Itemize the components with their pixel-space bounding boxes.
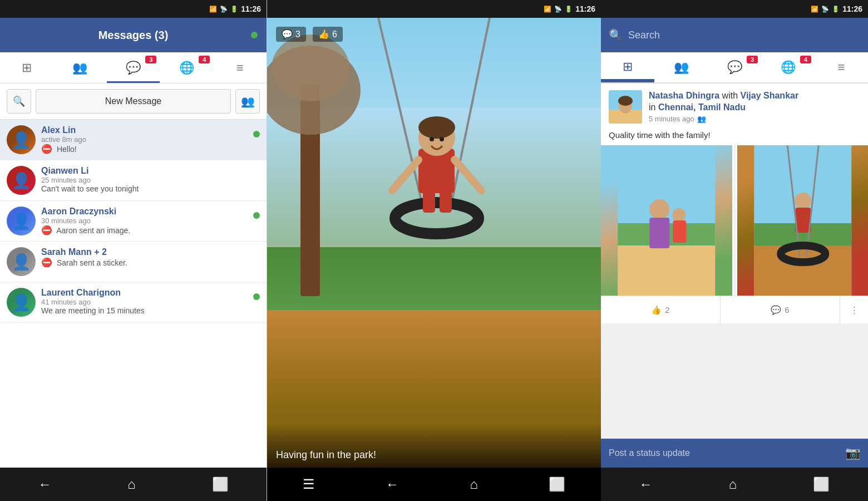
svg-rect-25 — [673, 220, 686, 243]
search-header: 🔍 — [601, 18, 868, 52]
message-item[interactable]: 👤 Alex Lin active 8m ago ⛔ Hello! — [0, 120, 267, 160]
new-message-label: New Message — [105, 96, 161, 106]
contact-name: Qianwen Li — [41, 166, 260, 176]
nav-home-right[interactable]: ⊞ — [601, 52, 654, 82]
svg-point-5 — [395, 203, 479, 234]
status-icons-left: 📶 📡 🔋 11:26 — [209, 4, 261, 13]
msg-time: active 8m ago — [41, 135, 260, 144]
messages-panel: 📶 📡 🔋 11:26 Messages (3) ⊞ 👥 💬 3 🌐 4 ≡ — [0, 0, 267, 501]
svg-point-12 — [418, 116, 455, 139]
status-update-bar: Post a status update 📷 — [601, 439, 868, 468]
status-icons-center: 📶 📡 🔋 11:26 — [544, 4, 595, 13]
online-dot — [253, 212, 260, 219]
nav-menu[interactable]: ≡ — [213, 52, 267, 83]
msg-content: Alex Lin active 8m ago ⛔ Hello! — [41, 125, 260, 154]
nav-home[interactable]: ⊞ — [0, 52, 53, 83]
photo-overlay: Having fun in the park! — [267, 423, 601, 468]
new-message-button[interactable]: New Message — [36, 89, 231, 114]
avatar: 👤 — [7, 247, 36, 276]
globe-icon: 🌐 — [781, 60, 796, 75]
error-icon: ⛔ — [41, 258, 52, 267]
status-update-placeholder[interactable]: Post a status update — [609, 448, 845, 458]
messages-title: Messages (3) — [98, 29, 169, 42]
svg-point-18 — [618, 96, 633, 106]
like-count: 6 — [332, 30, 337, 40]
status-icons-right: 📶 📡 🔋 11:26 — [811, 4, 862, 13]
home-button[interactable]: ⌂ — [470, 477, 478, 492]
message-item[interactable]: 👤 Laurent Charignon 41 minutes ago We ar… — [0, 282, 267, 323]
status-time-center: 11:26 — [575, 4, 595, 13]
battery-icon: 🔋 — [832, 6, 840, 13]
message-item[interactable]: 👤 Aaron Draczynski 30 minutes ago ⛔ Aaro… — [0, 201, 267, 242]
post-card: Natasha Dhingra with Vijay Shankar in Ch… — [601, 84, 868, 323]
in-text: in — [649, 102, 658, 112]
group-button[interactable]: 👥 — [235, 89, 260, 114]
error-icon: ⛔ — [41, 225, 52, 235]
post-image-2[interactable] — [737, 145, 869, 296]
wifi-icon: 📶 — [811, 6, 818, 13]
battery-icon: 🔋 — [230, 6, 238, 13]
nav-menu-right[interactable]: ≡ — [815, 52, 868, 82]
menu-hamburger-icon[interactable]: ☰ — [303, 477, 315, 492]
search-input[interactable] — [628, 30, 860, 41]
msg-time: 30 minutes ago — [41, 217, 260, 225]
nav-friends[interactable]: 👥 — [53, 52, 107, 83]
signal-icon: 📡 — [554, 6, 562, 13]
bottom-nav-right: ← ⌂ ⬜ — [601, 468, 868, 501]
post-image-1[interactable] — [601, 145, 732, 296]
contact-name: Sarah Mann + 2 — [41, 247, 260, 257]
comment-action[interactable]: 💬 6 — [721, 296, 840, 323]
nav-bar-left: ⊞ 👥 💬 3 🌐 4 ≡ — [0, 52, 267, 84]
nav-messages[interactable]: 💬 3 — [107, 52, 160, 83]
photo-stats: 💬 3 👍 6 — [276, 27, 343, 42]
wifi-icon: 📶 — [544, 6, 551, 13]
msg-preview: ⛔ Hello! — [41, 144, 260, 154]
like-count-action: 2 — [665, 305, 669, 315]
back-button[interactable]: ← — [386, 477, 399, 492]
nav-friends-right[interactable]: 👥 — [654, 52, 708, 82]
back-button[interactable]: ← — [38, 477, 51, 492]
post-images — [601, 145, 868, 296]
home-icon: ⊞ — [623, 60, 633, 74]
svg-rect-30 — [795, 208, 811, 233]
online-dot — [253, 131, 260, 137]
recents-button[interactable]: ⬜ — [549, 477, 565, 492]
avatar: 👤 — [7, 125, 36, 154]
recents-button[interactable]: ⬜ — [212, 477, 229, 492]
msg-content: Qianwen Li 25 minutes ago Can't wait to … — [41, 166, 260, 193]
camera-icon[interactable]: 📷 — [845, 446, 860, 460]
nav-globe[interactable]: 🌐 4 — [160, 52, 213, 83]
messages-badge-right: 3 — [747, 56, 758, 63]
avatar: 👤 — [7, 207, 36, 235]
like-action[interactable]: 👍 2 — [601, 296, 721, 323]
image-divider — [734, 145, 736, 296]
post-actions: 👍 2 💬 6 ⋮ — [601, 296, 868, 323]
message-list: 👤 Alex Lin active 8m ago ⛔ Hello! 👤 Qian… — [0, 120, 267, 323]
post-author: Natasha Dhingra with Vijay Shankar in Ch… — [649, 90, 860, 114]
messages-icon: 💬 — [727, 60, 742, 75]
avatar: 👤 — [7, 166, 36, 195]
nav-messages-right[interactable]: 💬 3 — [708, 52, 761, 82]
contact-name: Aaron Draczynski — [41, 207, 260, 217]
more-action[interactable]: ⋮ — [840, 296, 868, 323]
error-icon: ⛔ — [41, 144, 52, 154]
post-avatar — [609, 90, 642, 124]
home-button-right[interactable]: ⌂ — [729, 477, 737, 492]
recents-button-right[interactable]: ⬜ — [813, 477, 830, 492]
messages-icon: 💬 — [126, 61, 141, 75]
status-bar-center: 📶 📡 🔋 11:26 — [267, 0, 601, 18]
home-button[interactable]: ⌂ — [127, 477, 136, 492]
post-img-svg-1 — [601, 145, 732, 296]
photo-container[interactable]: 💬 3 👍 6 Having fun in the park! — [267, 18, 601, 468]
nav-globe-right[interactable]: 🌐 4 — [761, 52, 815, 82]
back-button-right[interactable]: ← — [639, 477, 653, 492]
search-button[interactable]: 🔍 — [7, 89, 31, 114]
svg-line-10 — [455, 160, 481, 190]
like-icon-action: 👍 — [651, 305, 662, 315]
message-item[interactable]: 👤 Sarah Mann + 2 ⛔ Sarah sent a sticker. — [0, 242, 267, 282]
post-header: Natasha Dhingra with Vijay Shankar in Ch… — [601, 84, 868, 127]
message-item[interactable]: 👤 Qianwen Li 25 minutes ago Can't wait t… — [0, 160, 267, 201]
park-photo: 💬 3 👍 6 Having fun in the park! — [267, 18, 601, 468]
more-icon: ⋮ — [850, 305, 859, 315]
photo-caption: Having fun in the park! — [276, 449, 376, 461]
